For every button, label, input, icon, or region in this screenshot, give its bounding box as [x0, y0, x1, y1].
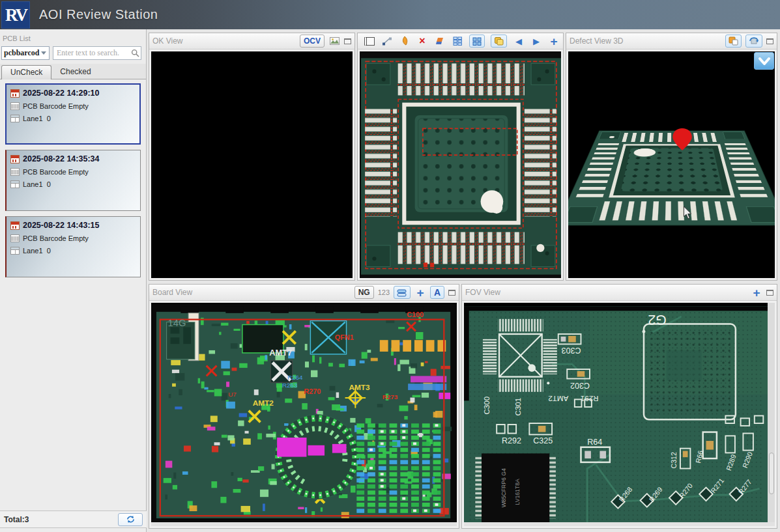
defect-count-label: 123: [378, 288, 390, 296]
list-tabs: UnCheck Checked: [0, 64, 146, 79]
pcb-label: R64: [587, 438, 602, 447]
board-view-panel: Board View NG 123 + A: [149, 284, 459, 529]
grid-view-icon[interactable]: [452, 35, 463, 48]
ng-view-canvas[interactable]: [360, 51, 561, 278]
pcb-label: AMT2: [548, 395, 568, 402]
pcb-label: R264: [287, 374, 303, 381]
pcb-label: C301: [514, 398, 522, 416]
search-icon: [131, 48, 139, 60]
app-logo: RV: [1, 1, 30, 29]
maximize-icon[interactable]: [344, 38, 351, 44]
pcb-list: 2025-08-22 14:29:10 PCB Barcode Empty La…: [0, 79, 146, 277]
snapshot-icon[interactable]: [725, 35, 742, 48]
fov-view-title: FOV View: [465, 288, 747, 297]
pcb-label: C312: [670, 452, 678, 468]
pcb-label: R291: [581, 395, 599, 402]
zoom-add-button[interactable]: +: [751, 286, 762, 299]
fov-image: G2C303C302AMT2R291C300C301R292C325R64C31…: [464, 303, 769, 526]
marker-tool-icon[interactable]: [399, 35, 411, 48]
fov-view-canvas[interactable]: G2C303C302AMT2R291C300C301R292C325R64C31…: [464, 303, 775, 526]
zoom-add-button[interactable]: +: [414, 286, 426, 299]
defect-3d-canvas[interactable]: [568, 51, 775, 278]
scrollbar-track[interactable]: [768, 303, 775, 526]
pcb-label: AMT7: [269, 348, 292, 357]
maximize-icon[interactable]: [766, 38, 773, 44]
pcb-label: W85CFRP6 G4: [500, 468, 507, 507]
mouse-cursor: [683, 206, 692, 222]
pcb-label: QFN1: [335, 333, 354, 341]
eraser-icon[interactable]: [434, 35, 446, 48]
tile-view-toggle[interactable]: [469, 35, 485, 48]
pcb-list-sidebar: PCB List pcbbarcod UnCheck Checked 2025-…: [0, 29, 147, 532]
refresh-button[interactable]: [118, 513, 143, 526]
prev-defect-button[interactable]: ◀: [513, 35, 525, 48]
scrollbar-thumb[interactable]: [769, 453, 774, 494]
defect-3d-title: Defect View 3D: [570, 36, 721, 46]
rotate-3d-icon[interactable]: [745, 35, 762, 48]
next-defect-button[interactable]: ▶: [530, 35, 542, 48]
polyline-tool-icon[interactable]: [381, 35, 393, 48]
ng-toolbar: × ◀ ▶ + A: [361, 35, 577, 48]
calendar-icon: [10, 89, 20, 98]
board-view-canvas[interactable]: 14GC100QFN1AMT7R264R263R270AMT3U7AMT2R27…: [151, 303, 457, 526]
layers-icon[interactable]: [394, 286, 411, 299]
board-view-title: Board View: [152, 288, 351, 297]
overlay-copy-toggle[interactable]: [491, 35, 507, 48]
zoom-add-button[interactable]: +: [548, 35, 560, 48]
defect-chip-image: [360, 53, 561, 278]
pcb-label: AMT3: [349, 383, 370, 392]
ok-view-canvas[interactable]: [151, 51, 353, 278]
measure-rect-icon[interactable]: [364, 35, 375, 48]
chevron-down-icon: [41, 51, 46, 55]
collapse-chevron-button[interactable]: [754, 52, 774, 70]
pcb-list-item[interactable]: 2025-08-22 14:35:34 PCB Barcode Empty La…: [5, 150, 141, 211]
lane-icon: [10, 115, 20, 122]
text-overlay-toggle[interactable]: A: [430, 286, 444, 299]
pcb-label: R292: [502, 436, 521, 445]
title-bar: RV AOI Review Station: [0, 0, 780, 29]
barcode-icon: [10, 102, 20, 110]
delete-icon[interactable]: ×: [416, 35, 428, 48]
calendar-icon: [10, 155, 20, 163]
pcb-label: C302: [570, 381, 590, 390]
refresh-icon: [126, 515, 136, 524]
lane-icon: [10, 180, 20, 188]
defect-3d-panel: Defect View 3D: [566, 33, 777, 281]
fov-view-panel: FOV View +: [461, 284, 777, 529]
list-status-bar: Total:3: [0, 511, 147, 528]
pcb-label: 14G: [168, 318, 186, 328]
board-image: 14GC100QFN1AMT7R264R263R270AMT3U7AMT2R27…: [151, 303, 457, 526]
pcb-list-title: PCB List: [0, 29, 146, 45]
pcb-label: R263: [282, 382, 298, 389]
image-icon[interactable]: [328, 35, 340, 48]
app-title: AOI Review Station: [39, 7, 158, 22]
ok-view-panel: OK View OCV: [149, 33, 355, 281]
pcb-label: LV161T8A: [514, 479, 521, 505]
defect-marker-3d: [672, 128, 692, 153]
ocv-button[interactable]: OCV: [300, 35, 325, 48]
pcb-label: U7: [228, 391, 237, 398]
ng-filter-button[interactable]: NG: [354, 286, 374, 299]
pcb-label: R270: [304, 387, 321, 395]
tab-uncheck[interactable]: UnCheck: [1, 65, 51, 79]
barcode-icon: [10, 168, 20, 176]
lane-icon: [10, 247, 20, 255]
pcb-list-item[interactable]: 2025-08-22 14:43:15 PCB Barcode Empty La…: [5, 216, 141, 277]
pcb-label: C300: [483, 397, 491, 415]
ng-view-panel: × ◀ ▶ + A: [357, 33, 564, 281]
search-input[interactable]: [53, 46, 141, 60]
pcb-label: C100: [407, 311, 424, 318]
maximize-icon[interactable]: [766, 290, 773, 296]
pcb-list-item[interactable]: 2025-08-22 14:29:10 PCB Barcode Empty La…: [5, 83, 141, 145]
barcode-filter-select[interactable]: pcbbarcod: [1, 46, 50, 60]
barcode-icon: [10, 234, 20, 242]
maximize-icon[interactable]: [448, 290, 455, 296]
pcb-label: C325: [533, 436, 553, 445]
calendar-icon: [10, 221, 20, 230]
tab-checked[interactable]: Checked: [51, 65, 99, 79]
pcb-label: C303: [561, 346, 581, 355]
ok-view-title: OK View: [152, 36, 296, 46]
pcb-3d-model: [568, 131, 775, 225]
pcb-label: G2: [648, 313, 666, 328]
pcb-label: R273: [383, 393, 398, 400]
